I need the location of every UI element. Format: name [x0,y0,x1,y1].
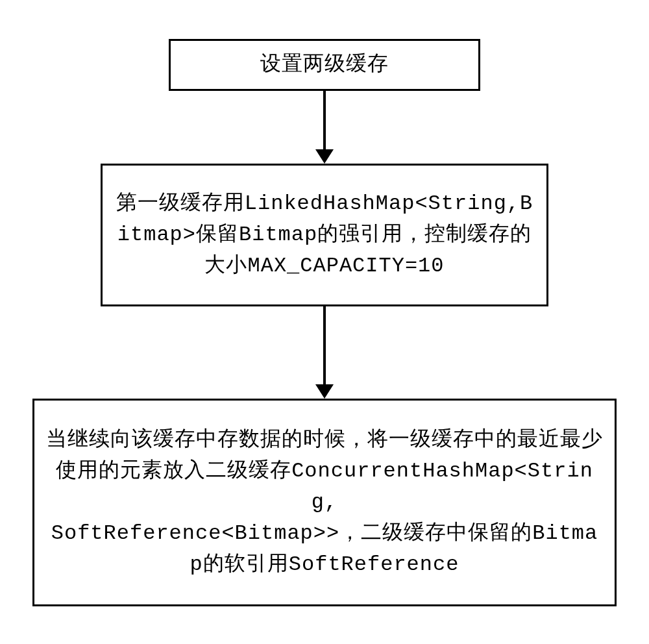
flow-step-1-text: 设置两级缓存 [260,49,389,80]
arrow-1-shaft [323,91,326,149]
arrow-2-head [315,384,334,399]
arrow-2-shaft [323,306,326,384]
arrow-1 [315,91,334,164]
arrow-2 [315,306,334,399]
flow-step-3: 当继续向该缓存中存数据的时候，将一级缓存中的最近最少使用的元素放入二级缓存Con… [32,399,617,606]
flow-step-2-text: 第一级缓存用LinkedHashMap<String,Bitmap>保留Bitm… [114,188,535,282]
flow-step-2: 第一级缓存用LinkedHashMap<String,Bitmap>保留Bitm… [101,164,548,306]
flow-step-1: 设置两级缓存 [169,39,480,91]
arrow-1-head [315,149,334,164]
flow-step-3-text: 当继续向该缓存中存数据的时候，将一级缓存中的最近最少使用的元素放入二级缓存Con… [46,425,603,580]
